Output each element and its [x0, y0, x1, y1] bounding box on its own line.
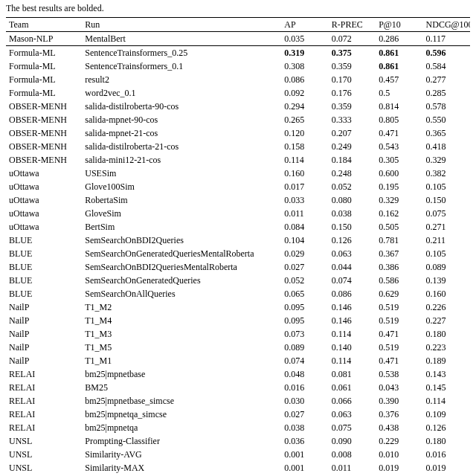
- cell-ndcg: 0.139: [423, 274, 470, 287]
- cell-team: UNSL: [6, 461, 82, 475]
- cell-p10: 0.195: [376, 180, 422, 193]
- cell-team: uOttawa: [6, 220, 82, 234]
- cell-ap: 0.158: [281, 140, 328, 153]
- cell-team: RELAI: [6, 394, 82, 408]
- cell-run: Similarity-MAX: [82, 461, 281, 475]
- cell-ndcg: 0.109: [423, 408, 470, 421]
- cell-team: NailP: [6, 300, 82, 314]
- cell-run: MentalBert: [82, 32, 281, 46]
- cell-p10: 0.814: [376, 100, 422, 113]
- cell-run: salida-mpnet-21-cos: [82, 126, 281, 140]
- table-row: uOttawaGloveSim0.0110.0380.1620.075: [6, 207, 470, 220]
- cell-ndcg: 0.584: [423, 60, 470, 73]
- cell-ndcg: 0.117: [423, 32, 470, 46]
- cell-rprec: 0.150: [329, 220, 376, 234]
- cell-team: OBSER-MENH: [6, 126, 82, 140]
- cell-rprec: 0.061: [329, 381, 376, 394]
- cell-rprec: 0.375: [329, 46, 376, 60]
- cell-run: RobertaSim: [82, 193, 281, 207]
- cell-team: OBSER-MENH: [6, 100, 82, 113]
- table-row: Formula-MLresult20.0860.1700.4570.277: [6, 73, 470, 86]
- table-row: NailPT1_M50.0890.1400.5190.223: [6, 341, 470, 354]
- cell-rprec: 0.074: [329, 274, 376, 287]
- cell-ap: 0.048: [281, 367, 328, 381]
- cell-team: OBSER-MENH: [6, 140, 82, 153]
- cell-ap: 0.030: [281, 394, 328, 408]
- cell-p10: 0.519: [376, 314, 422, 327]
- cell-ndcg: 0.019: [423, 461, 470, 475]
- cell-team: UNSL: [6, 448, 82, 461]
- cell-ap: 0.001: [281, 461, 328, 475]
- cell-p10: 0.162: [376, 207, 422, 220]
- cell-ndcg: 0.114: [423, 394, 470, 408]
- table-row: Mason-NLPMentalBert0.0350.0720.2860.117: [6, 32, 470, 46]
- cell-rprec: 0.333: [329, 113, 376, 126]
- cell-ap: 0.114: [281, 153, 328, 167]
- cell-rprec: 0.081: [329, 367, 376, 381]
- cell-p10: 0.286: [376, 32, 422, 46]
- results-table: Team Run AP R-PREC P@10 NDCG@1000 Mason-…: [6, 17, 470, 476]
- cell-ndcg: 0.126: [423, 421, 470, 434]
- table-row: uOttawaUSESim0.1600.2480.6000.382: [6, 167, 470, 180]
- cell-ap: 0.038: [281, 421, 328, 434]
- cell-ndcg: 0.382: [423, 167, 470, 180]
- cell-ndcg: 0.227: [423, 314, 470, 327]
- cell-run: Similarity-AVG: [82, 448, 281, 461]
- cell-p10: 0.438: [376, 421, 422, 434]
- cell-team: uOttawa: [6, 207, 82, 220]
- cell-rprec: 0.146: [329, 314, 376, 327]
- cell-run: T1_M2: [82, 300, 281, 314]
- table-row: BLUESemSearchOnBDI2QueriesMentalRoberta0…: [6, 260, 470, 274]
- cell-ap: 0.265: [281, 113, 328, 126]
- cell-ndcg: 0.223: [423, 341, 470, 354]
- cell-ap: 0.095: [281, 314, 328, 327]
- cell-rprec: 0.176: [329, 86, 376, 100]
- cell-rprec: 0.146: [329, 300, 376, 314]
- cell-p10: 0.543: [376, 140, 422, 153]
- cell-ndcg: 0.277: [423, 73, 470, 86]
- cell-ndcg: 0.550: [423, 113, 470, 126]
- cell-run: salida-mpnet-90-cos: [82, 113, 281, 126]
- table-row: Formula-MLSentenceTrainsformers_0.250.31…: [6, 46, 470, 60]
- cell-run: salida-mini12-21-cos: [82, 153, 281, 167]
- cell-team: NailP: [6, 327, 82, 341]
- table-row: BLUESemSearchOnGeneratedQueries0.0520.07…: [6, 274, 470, 287]
- cell-rprec: 0.052: [329, 180, 376, 193]
- cell-rprec: 0.038: [329, 207, 376, 220]
- cell-run: salida-distilroberta-21-cos: [82, 140, 281, 153]
- cell-p10: 0.586: [376, 274, 422, 287]
- cell-ndcg: 0.016: [423, 448, 470, 461]
- cell-team: uOttawa: [6, 193, 82, 207]
- cell-ndcg: 0.145: [423, 381, 470, 394]
- table-row: UNSLSimilarity-MAX0.0010.0110.0190.019: [6, 461, 470, 475]
- cell-team: uOttawa: [6, 167, 82, 180]
- cell-ap: 0.027: [281, 260, 328, 274]
- cell-run: T1_M4: [82, 314, 281, 327]
- cell-ap: 0.017: [281, 180, 328, 193]
- table-row: Formula-MLSentenceTrainsformers_0.10.308…: [6, 60, 470, 73]
- cell-rprec: 0.359: [329, 60, 376, 73]
- table-row: Formula-MLword2vec_0.10.0920.1760.50.285: [6, 86, 470, 100]
- cell-ndcg: 0.150: [423, 193, 470, 207]
- table-row: uOttawaBertSim0.0840.1500.5050.271: [6, 220, 470, 234]
- cell-rprec: 0.072: [329, 32, 376, 46]
- cell-ap: 0.065: [281, 287, 328, 300]
- cell-ndcg: 0.578: [423, 100, 470, 113]
- cell-ndcg: 0.089: [423, 260, 470, 274]
- cell-run: SemSearchOnGeneratedQueriesMentalRoberta: [82, 247, 281, 260]
- cell-team: Formula-ML: [6, 86, 82, 100]
- cell-ndcg: 0.189: [423, 354, 470, 367]
- cell-team: NailP: [6, 341, 82, 354]
- cell-p10: 0.457: [376, 73, 422, 86]
- cell-rprec: 0.184: [329, 153, 376, 167]
- col-p10: P@10: [376, 18, 422, 32]
- cell-p10: 0.329: [376, 193, 422, 207]
- cell-ndcg: 0.596: [423, 46, 470, 60]
- cell-run: SemSearchOnGeneratedQueries: [82, 274, 281, 287]
- cell-rprec: 0.126: [329, 234, 376, 247]
- table-row: UNSLPrompting-Classifier0.0360.0900.2290…: [6, 434, 470, 448]
- cell-ap: 0.016: [281, 381, 328, 394]
- cell-ap: 0.035: [281, 32, 328, 46]
- cell-ndcg: 0.180: [423, 327, 470, 341]
- cell-team: BLUE: [6, 260, 82, 274]
